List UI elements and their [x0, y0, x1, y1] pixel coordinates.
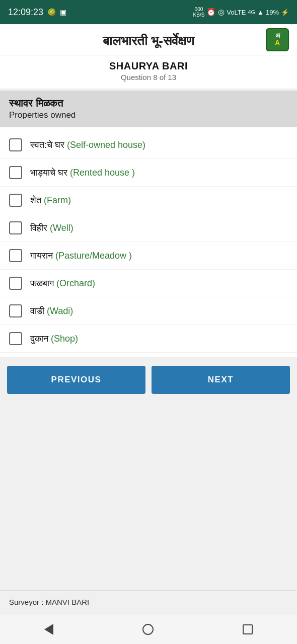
- back-icon: [44, 624, 53, 635]
- home-button[interactable]: [132, 622, 164, 637]
- option-text-3: विहीर (Well): [30, 223, 73, 233]
- option-text-1: भाड्याचे घर (Rented house ): [30, 168, 135, 178]
- app-header: बालभारती भू-सर्वेक्षण अA: [0, 24, 297, 55]
- battery-percent: 19%: [266, 9, 279, 16]
- option-checkbox-5[interactable]: [9, 277, 22, 290]
- option-text-5: फळबाग (Orchard): [30, 278, 95, 289]
- option-item[interactable]: वाडी (Wadi): [0, 297, 297, 325]
- option-item[interactable]: फळबाग (Orchard): [0, 270, 297, 297]
- status-time: 12:09:23: [8, 7, 43, 18]
- options-list: स्वत:चे घर (Self-owned house)भाड्याचे घर…: [0, 127, 297, 357]
- question-progress: Question 8 of 13: [8, 73, 289, 87]
- lang-icon-label: अA: [275, 32, 280, 47]
- option-text-2: शेत (Farm): [30, 195, 71, 206]
- home-icon: [142, 624, 154, 635]
- option-text-0: स्वत:चे घर (Self-owned house): [30, 140, 145, 150]
- previous-button[interactable]: PREVIOUS: [7, 366, 145, 394]
- status-bar: 12:09:23 🥝 ▣ 000KB/S ⏰ ◎ VoLTE 4G ▲ 19% …: [0, 0, 297, 24]
- section-marathi-label: स्थावर मिळकत: [9, 98, 288, 109]
- status-icons-right: 000KB/S ⏰ ◎ VoLTE 4G ▲ 19% ⚡: [193, 7, 289, 18]
- option-checkbox-6[interactable]: [9, 304, 22, 317]
- option-checkbox-1[interactable]: [9, 166, 22, 179]
- section-header: स्थावर मिळकत Properties owned: [0, 91, 297, 127]
- recents-button[interactable]: [233, 622, 263, 636]
- option-item[interactable]: दुकान (Shop): [0, 325, 297, 353]
- screenshot-icon: ▣: [60, 8, 66, 16]
- option-checkbox-2[interactable]: [9, 194, 22, 207]
- battery-charging-icon: ⚡: [281, 9, 289, 16]
- section-english-label: Properties owned: [9, 110, 288, 120]
- option-item[interactable]: गायरान (Pasture/Meadow ): [0, 242, 297, 270]
- language-toggle-button[interactable]: अA: [266, 28, 289, 51]
- vol-icon: VoLTE: [227, 9, 246, 16]
- option-checkbox-0[interactable]: [9, 138, 22, 151]
- user-name: SHAURYA BARI: [8, 60, 289, 72]
- location-icon: ◎: [218, 8, 225, 17]
- status-icons-left: 🥝 ▣: [47, 8, 66, 16]
- bottom-nav-bar: [0, 614, 297, 644]
- option-checkbox-3[interactable]: [9, 221, 22, 234]
- recents-icon: [243, 624, 253, 634]
- app-title: बालभारती भू-सर्वेक्षण: [8, 33, 289, 49]
- data-speed-icon: 000KB/S: [193, 7, 205, 18]
- network-icon: 4G: [248, 9, 255, 15]
- user-info-section: SHAURYA BARI Question 8 of 13: [0, 55, 297, 89]
- option-text-7: दुकान (Shop): [30, 334, 78, 344]
- surveyor-label: Surveyor : MANVI BARI: [9, 598, 89, 606]
- next-button[interactable]: NEXT: [152, 366, 290, 394]
- option-item[interactable]: शेत (Farm): [0, 187, 297, 214]
- option-text-6: वाडी (Wadi): [30, 306, 73, 316]
- signal-icon: ▲: [257, 9, 264, 16]
- option-item[interactable]: स्वत:चे घर (Self-owned house): [0, 131, 297, 159]
- kiwi-browser-icon: 🥝: [47, 8, 56, 16]
- content-spacer: [0, 403, 297, 590]
- option-item[interactable]: भाड्याचे घर (Rented house ): [0, 159, 297, 187]
- alarm-icon: ⏰: [206, 8, 216, 17]
- surveyor-info: Surveyor : MANVI BARI: [0, 590, 297, 614]
- back-button[interactable]: [34, 622, 63, 637]
- option-item[interactable]: विहीर (Well): [0, 214, 297, 242]
- option-text-4: गायरान (Pasture/Meadow ): [30, 251, 132, 261]
- option-checkbox-7[interactable]: [9, 332, 22, 345]
- nav-buttons: PREVIOUS NEXT: [0, 357, 297, 403]
- option-checkbox-4[interactable]: [9, 249, 22, 262]
